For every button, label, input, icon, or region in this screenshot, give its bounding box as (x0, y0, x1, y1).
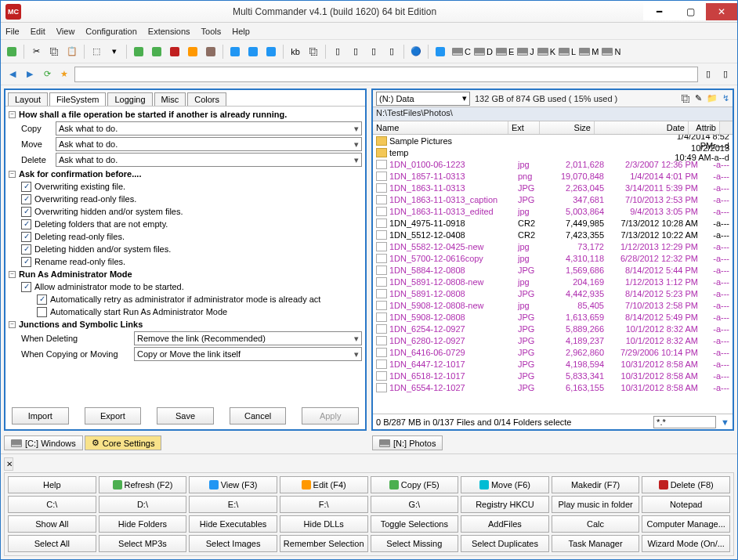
paste-icon[interactable]: 📋 (64, 44, 80, 60)
tab-logging[interactable]: Logging (107, 92, 152, 106)
jd-combo[interactable]: Remove the link (Recommended)▾ (134, 331, 362, 345)
bookmark-icon[interactable]: ▯ (718, 67, 733, 81)
file-row[interactable]: 1DN_6280-12-0927JPG4,189,23710/1/2012 8:… (373, 334, 733, 346)
file1-icon[interactable]: ▯ (330, 44, 345, 60)
file-row[interactable]: temp10/2/2013 10:49 AM-a--d (373, 146, 733, 158)
file3-icon[interactable]: ▯ (366, 44, 382, 60)
refresh-icon[interactable]: ↯ (722, 93, 729, 103)
pkg-icon[interactable] (203, 44, 219, 60)
file-row[interactable]: 1DN_5512-12-0408CR27,423,3557/13/2012 10… (373, 229, 733, 240)
right-tab-photos[interactable]: [N:] Photos (372, 435, 443, 450)
address-input[interactable] (74, 67, 698, 82)
tool3-icon[interactable] (263, 44, 279, 60)
expander-icon[interactable]: − (9, 271, 16, 278)
menu-help[interactable]: Help (232, 27, 250, 36)
file-row[interactable]: 1DN_1857-11-0313png19,070,8481/4/2014 4:… (373, 170, 733, 182)
file-row[interactable]: 1DN_1863-11-0313_captionJPG347,6817/10/2… (373, 193, 733, 205)
maximize-button[interactable]: ▢ (675, 3, 706, 20)
file-row[interactable]: 1DN_6554-12-1027JPG6,163,15510/31/2012 8… (373, 381, 733, 393)
footer-button[interactable]: Refresh (F2) (99, 476, 187, 493)
cut-icon[interactable]: ✂ (28, 44, 44, 60)
file-row[interactable]: 1DN_0100-06-1223jpg2,011,6282/3/2007 12:… (373, 158, 733, 170)
dropdown-icon[interactable]: ▾ (107, 44, 122, 60)
menu-edit[interactable]: Edit (31, 27, 45, 36)
close-button[interactable]: ✕ (706, 3, 737, 20)
footer-button[interactable]: AddFiles (461, 515, 549, 533)
expander-icon[interactable]: − (9, 111, 16, 118)
move-combo[interactable]: Ask what to do.▾ (56, 137, 362, 151)
path-bar[interactable]: N:\TestFiles\Photos\ (373, 107, 733, 121)
footer-button[interactable]: C:\ (8, 496, 96, 513)
back-icon[interactable]: ◀ (5, 67, 20, 81)
col-name[interactable]: Name (373, 121, 508, 134)
footer-close-icon[interactable]: ✕ (4, 457, 13, 471)
footer-button[interactable]: F:\ (280, 496, 368, 513)
footer-button[interactable]: Calc (552, 515, 640, 533)
footer-button[interactable]: Select Duplicates (461, 535, 549, 552)
tab-filesystem[interactable]: FileSystem (49, 92, 106, 106)
drive-n[interactable]: N (602, 47, 620, 56)
drive-l[interactable]: L (559, 47, 576, 56)
menu-configuration[interactable]: Configuration (85, 27, 136, 36)
tab-colors[interactable]: Colors (187, 92, 226, 106)
footer-button[interactable]: Help (8, 476, 96, 493)
col-date[interactable]: Date (595, 121, 689, 134)
folder-new-icon[interactable]: 📁 (707, 93, 718, 103)
doc-del-icon[interactable] (167, 44, 183, 60)
left-tab-coresettings[interactable]: ⚙Core Settings (85, 435, 162, 450)
footer-button[interactable]: View (F3) (189, 476, 277, 493)
drive-c[interactable]: C (452, 47, 471, 56)
checkbox[interactable]: ✓ (21, 194, 31, 204)
go-icon[interactable]: ▯ (701, 67, 715, 81)
checkbox[interactable]: ✓ (21, 257, 31, 267)
minimize-button[interactable]: ━ (643, 3, 675, 20)
file-row[interactable]: 1DN_6447-12-1017JPG4,198,59410/31/2012 8… (373, 358, 733, 370)
drive-m[interactable]: M (579, 47, 599, 56)
footer-button[interactable]: Select Images (189, 535, 277, 552)
expander-icon[interactable]: − (9, 171, 16, 178)
footer-button[interactable]: Play music in folder (552, 496, 640, 513)
delete-combo[interactable]: Ask what to do.▾ (56, 153, 362, 167)
file-row[interactable]: 1DN_5700-12-0616copyjpg4,310,1186/28/201… (373, 252, 733, 264)
drive-d[interactable]: D (474, 47, 493, 56)
file-row[interactable]: 1DN_5908-12-0808JPG1,613,6598/14/2012 5:… (373, 311, 733, 323)
tab-misc[interactable]: Misc (154, 92, 186, 106)
checkbox[interactable]: ✓ (37, 294, 47, 305)
kb-icon[interactable]: kb (288, 44, 303, 60)
col-ext[interactable]: Ext (508, 121, 540, 134)
footer-button[interactable]: Copy (F5) (371, 476, 459, 493)
footer-button[interactable]: Hide Folders (99, 515, 187, 533)
drive-select[interactable]: (N:) Data▾ (376, 92, 470, 106)
footer-button[interactable]: Notepad (642, 496, 730, 513)
footer-button[interactable]: D:\ (99, 496, 187, 513)
menu-tools[interactable]: Tools (201, 27, 222, 36)
file-row[interactable]: 1DN_5582-12-0425-newjpg73,1721/12/2013 1… (373, 240, 733, 252)
checkbox[interactable]: ✓ (21, 244, 31, 255)
cancel-button[interactable]: Cancel (230, 407, 287, 425)
footer-button[interactable]: Makedir (F7) (552, 476, 640, 493)
file-row[interactable]: 1DN_5884-12-0808JPG1,569,6868/14/2012 5:… (373, 264, 733, 276)
footer-button[interactable]: G:\ (371, 496, 459, 513)
footer-button[interactable]: Remember Selection (280, 535, 368, 552)
checkbox[interactable]: ✓ (21, 232, 31, 242)
file-row[interactable]: 1DN_6518-12-1017JPG5,833,34110/31/2012 8… (373, 370, 733, 381)
file-row[interactable]: 1DN_5891-12-0808JPG4,442,9358/14/2012 5:… (373, 287, 733, 299)
import-button[interactable]: Import (12, 407, 69, 425)
copy2-icon[interactable]: ⿻ (306, 44, 321, 60)
copy-path-icon[interactable]: ⿻ (682, 94, 690, 103)
checkbox[interactable]: ✓ (21, 182, 31, 192)
file4-icon[interactable]: ▯ (384, 44, 400, 60)
drive-j[interactable]: J (517, 47, 534, 56)
footer-button[interactable]: Show All (8, 515, 96, 533)
drive-k[interactable]: K (537, 47, 555, 56)
footer-button[interactable]: Hide DLLs (280, 515, 368, 533)
footer-button[interactable]: Move (F6) (461, 476, 549, 493)
footer-button[interactable]: Delete (F8) (642, 476, 730, 493)
expander-icon[interactable]: − (9, 321, 16, 328)
footer-button[interactable]: Computer Manage... (642, 515, 730, 533)
file-row[interactable]: 1DN_5908-12-0808-newjpg85,4057/10/2013 2… (373, 299, 733, 311)
footer-button[interactable]: Select Missing (371, 535, 459, 552)
disk-icon[interactable] (432, 44, 448, 60)
scrollbar[interactable] (720, 121, 733, 134)
jc-combo[interactable]: Copy or Move the link itself▾ (134, 347, 362, 361)
